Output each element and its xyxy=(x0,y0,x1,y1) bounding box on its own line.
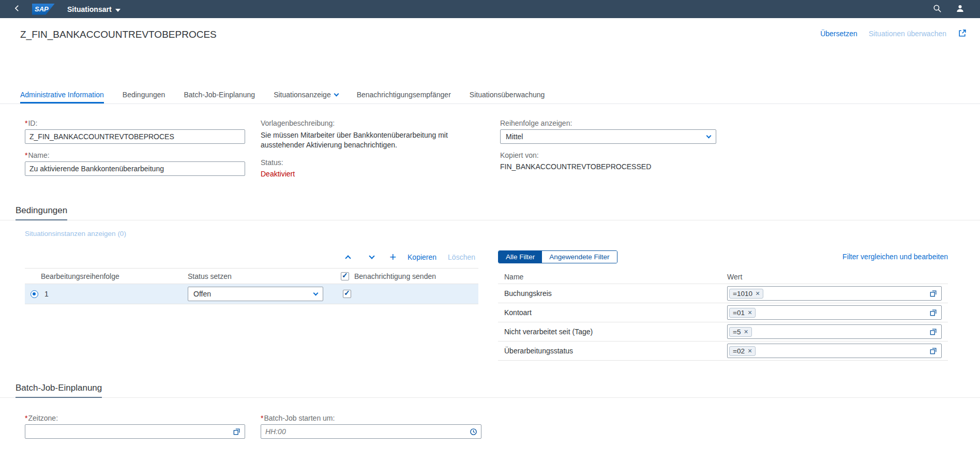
person-icon xyxy=(956,4,964,14)
notify-all-checkbox[interactable] xyxy=(341,272,349,280)
compare-edit-filters-link[interactable]: Filter vergleichen und bearbeiten xyxy=(842,253,948,261)
timezone-label: Zeitzone: xyxy=(25,414,245,422)
sap-logo: SAP xyxy=(32,4,55,15)
applied-filters-segment[interactable]: Angewendete Filter xyxy=(542,251,616,263)
all-filters-segment[interactable]: Alle Filter xyxy=(499,251,542,263)
filter-token: =1010 × xyxy=(729,289,763,299)
row-status-select[interactable]: Offen xyxy=(188,287,323,301)
form-column-id-name: ID: Name: xyxy=(25,119,245,183)
filter-table-header: Name Wert xyxy=(498,270,948,284)
open-in-new-icon[interactable] xyxy=(958,29,967,38)
filter-value-cell: =5 × xyxy=(727,324,948,339)
table-row[interactable]: 1 Offen xyxy=(25,284,478,304)
back-icon xyxy=(13,5,21,13)
filter-segmented-control: Alle Filter Angewendete Filter xyxy=(498,250,617,263)
column-header-order: Bearbeitungsreihenfolge xyxy=(25,272,188,280)
value-help-icon[interactable] xyxy=(930,347,937,354)
row-notify-cell xyxy=(341,290,478,298)
situation-instances-link[interactable]: Situationsinstanzen anzeigen (0) xyxy=(25,230,126,238)
shell-bar: SAP Situationsart xyxy=(0,0,980,18)
filter-token: =5 × xyxy=(729,327,752,337)
filter-value-input[interactable]: =01 × xyxy=(727,305,942,320)
display-order-select[interactable]: Mittel xyxy=(500,129,716,144)
anchor-tab-bar: Administrative Information Bedingungen B… xyxy=(0,86,980,104)
tab-situationsueberwachung[interactable]: Situationsüberwachung xyxy=(470,86,545,103)
back-button[interactable] xyxy=(10,3,24,16)
remove-token-icon[interactable]: × xyxy=(744,328,748,335)
value-help-icon[interactable] xyxy=(233,428,240,435)
table-row: Überarbeitungsstatus =02 × xyxy=(498,342,948,361)
template-description-label: Vorlagenbeschreibung: xyxy=(261,119,484,127)
translate-link[interactable]: Übersetzen xyxy=(820,29,857,38)
batch-start-field-group: Batch-Job starten um: xyxy=(261,414,481,439)
token-text: =01 xyxy=(733,309,745,317)
id-field[interactable] xyxy=(25,129,245,144)
form-column-description-status: Vorlagenbeschreibung: Sie müssen Mitarbe… xyxy=(261,119,484,178)
column-header-notify-label: Benachrichtigung senden xyxy=(354,272,436,280)
batch-start-label: Batch-Job starten um: xyxy=(261,414,481,422)
conditions-section-header: Bedingungen xyxy=(0,203,980,220)
name-field[interactable] xyxy=(25,161,245,176)
batch-section-header: Batch-Job-Einplanung xyxy=(0,381,980,398)
tab-batch-job-einplanung[interactable]: Batch-Job-Einplanung xyxy=(184,86,255,103)
add-condition-button[interactable]: + xyxy=(389,251,396,263)
remove-token-icon[interactable]: × xyxy=(748,309,752,316)
tab-administrative-information[interactable]: Administrative Information xyxy=(20,86,104,103)
chevron-down-icon xyxy=(706,133,712,138)
tab-situationsanzeige[interactable]: Situationsanzeige xyxy=(274,86,338,103)
filter-name: Nicht verarbeitet seit (Tage) xyxy=(498,328,727,336)
conditions-table: Bearbeitungsreihenfolge Status setzen Be… xyxy=(25,268,478,304)
value-help-icon[interactable] xyxy=(930,328,937,335)
delete-button[interactable]: Löschen xyxy=(448,253,475,261)
remove-token-icon[interactable]: × xyxy=(748,347,752,354)
chevron-down-icon xyxy=(313,290,319,295)
filter-token: =02 × xyxy=(729,346,756,356)
conditions-toolbar: + Kopieren Löschen xyxy=(25,249,478,265)
chevron-down-icon xyxy=(334,91,339,96)
filter-value-cell: =01 × xyxy=(727,305,948,320)
token-text: =5 xyxy=(733,328,741,336)
filter-panel: Alle Filter Angewendete Filter Filter ve… xyxy=(498,250,948,361)
template-description-text: Sie müssen Mitarbeiter über Bankkontenüb… xyxy=(261,130,473,150)
monitor-situations-link[interactable]: Situationen überwachen xyxy=(869,29,946,38)
filter-toolbar: Alle Filter Angewendete Filter Filter ve… xyxy=(498,250,948,263)
filter-name: Buchungskreis xyxy=(498,289,727,298)
table-row: Kontoart =01 × xyxy=(498,303,948,322)
chevron-down-icon xyxy=(115,5,120,13)
name-label: Name: xyxy=(25,151,245,159)
filter-value-input[interactable]: =02 × xyxy=(727,344,942,358)
search-button[interactable] xyxy=(930,3,944,16)
row-order-cell: 1 xyxy=(25,290,188,298)
row-status-value: Offen xyxy=(193,290,211,298)
filter-value-input[interactable]: =1010 × xyxy=(727,286,942,301)
filter-token: =01 × xyxy=(729,308,756,318)
filter-value-input[interactable]: =5 × xyxy=(727,324,942,339)
app-title-menu[interactable]: Situationsart xyxy=(67,5,120,13)
profile-button[interactable] xyxy=(953,3,967,16)
tab-bedingungen[interactable]: Bedingungen xyxy=(123,86,165,103)
copy-button[interactable]: Kopieren xyxy=(408,253,436,261)
token-text: =1010 xyxy=(733,290,752,298)
copied-from-value: FIN_BANKACCOUNTREVTOBEPROCESSED xyxy=(500,162,716,171)
search-icon xyxy=(933,4,942,14)
move-up-button[interactable] xyxy=(342,251,354,263)
time-picker-icon[interactable] xyxy=(470,428,477,436)
chevron-up-icon xyxy=(345,255,351,261)
filter-value-cell: =1010 × xyxy=(727,286,948,301)
value-help-icon[interactable] xyxy=(930,290,937,297)
conditions-section-title: Bedingungen xyxy=(16,205,67,220)
filter-table: Name Wert Buchungskreis =1010 × Kontoart xyxy=(498,270,948,361)
timezone-field[interactable] xyxy=(25,424,245,439)
batch-start-field[interactable] xyxy=(261,424,481,439)
conditions-panel: + Kopieren Löschen Bearbeitungsreihenfol… xyxy=(25,249,478,304)
table-row: Buchungskreis =1010 × xyxy=(498,284,948,303)
move-down-button[interactable] xyxy=(366,251,378,263)
column-header-value: Wert xyxy=(727,273,948,281)
tab-benachrichtigungsempfaenger[interactable]: Benachrichtigungsempfänger xyxy=(357,86,451,103)
form-column-order-copied: Reihenfolge anzeigen: Mittel Kopiert von… xyxy=(500,119,716,171)
row-select-radio[interactable] xyxy=(31,290,38,298)
value-help-icon[interactable] xyxy=(930,309,937,316)
filter-name: Überarbeitungsstatus xyxy=(498,347,727,355)
row-notify-checkbox[interactable] xyxy=(343,290,351,298)
remove-token-icon[interactable]: × xyxy=(756,290,760,297)
